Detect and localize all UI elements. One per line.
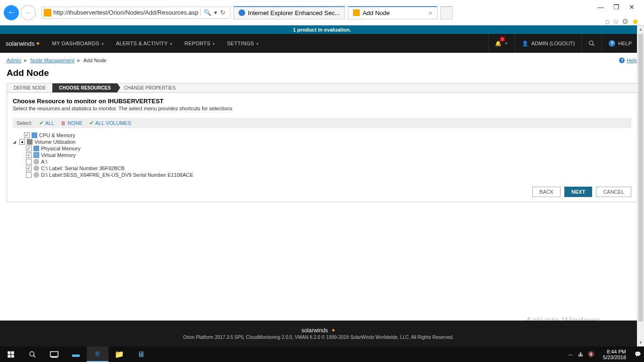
dropdown-icon[interactable]: ▾: [214, 9, 217, 16]
select-bar: Select: ✔ALL 🗑NONE ✔ALL VOLUMES: [13, 118, 631, 128]
check-icon: ✔: [89, 120, 94, 126]
help-icon: ?: [619, 58, 625, 63]
breadcrumb: Admin ▶ Node Management ▶ Add Node ? Hel…: [7, 58, 637, 63]
tray-up-icon[interactable]: ︿: [568, 351, 573, 358]
nav-reports[interactable]: REPORTS▼: [184, 41, 215, 46]
scrollbar[interactable]: ▲ ▼: [637, 25, 644, 346]
tab-add-node[interactable]: Add Node ×: [348, 6, 438, 19]
tray-notifications-icon[interactable]: 💬: [635, 351, 641, 357]
scroll-up-icon[interactable]: ▲: [637, 25, 644, 33]
nav-settings[interactable]: SETTINGS▼: [227, 41, 259, 46]
checkbox-volumes[interactable]: [19, 139, 25, 145]
checkbox-c[interactable]: [26, 165, 32, 171]
scroll-thumb[interactable]: [638, 34, 643, 321]
vmemory-icon: [33, 152, 39, 158]
task-explorer[interactable]: 📁: [108, 346, 130, 362]
tab-ie-security[interactable]: Internet Explorer Enhanced Sec...: [233, 6, 345, 19]
browser-toolbar: ← → http://ihubservertest/Orion/Nodes/Ad…: [0, 0, 644, 25]
select-all-button[interactable]: ✔ALL: [39, 120, 55, 126]
tree-label: Physical Memory: [41, 146, 81, 151]
url-text: http://ihubservertest/Orion/Nodes/Add/Re…: [53, 9, 198, 16]
task-server-manager[interactable]: ▬: [65, 346, 87, 362]
memory-icon: [33, 146, 39, 151]
nav-alerts[interactable]: ALERTS & ACTIVITY▼: [116, 41, 173, 46]
breadcrumb-sep: ▶: [24, 58, 27, 63]
wizard-step-properties[interactable]: CHANGE PROPERTIES: [117, 83, 182, 92]
emoji-icon[interactable]: ☻: [631, 17, 639, 26]
tree-label: Virtual Memory: [41, 152, 76, 158]
tree-label: Volume Utilization: [34, 139, 75, 145]
wizard-step-define[interactable]: DEFINE NODE: [7, 83, 52, 92]
tree-row-cpu: CPU & Memory: [13, 132, 631, 139]
wizard-step-resources[interactable]: CHOOSE RESOURCES: [52, 83, 117, 92]
eval-banner[interactable]: 1 product in evaluation.: [0, 25, 644, 34]
url-actions: 🔍 ▾ ↻: [200, 9, 228, 16]
site-icon: [44, 9, 51, 16]
search-icon[interactable]: 🔍: [204, 9, 211, 16]
drive-icon: [33, 165, 39, 171]
tree-label: A:\: [41, 159, 47, 165]
help-text: Help: [627, 58, 637, 63]
tree-row-d: D:\ Label:SESS_X64FRE_EN-US_DV9 Serial N…: [13, 172, 631, 178]
back-button[interactable]: ←: [4, 5, 19, 20]
search-button[interactable]: [581, 34, 602, 53]
url-bar[interactable]: http://ihubservertest/Orion/Nodes/Add/Re…: [41, 7, 231, 19]
help-button[interactable]: ? HELP: [602, 34, 638, 53]
nav-dashboards[interactable]: MY DASHBOARDS▼: [52, 41, 105, 46]
section-title: Choose Resource to monitor on IHUBSERVER…: [13, 98, 631, 105]
scroll-down-icon[interactable]: ▼: [637, 339, 644, 346]
task-ie[interactable]: e: [87, 346, 108, 362]
content: Admin ▶ Node Management ▶ Add Node ? Hel…: [0, 53, 644, 207]
drive-icon: [33, 159, 39, 165]
cancel-button[interactable]: CANCEL: [596, 187, 631, 197]
taskbar-right: ︿ 🖧 🔇 8:44 PM 5/23/2018 💬: [568, 349, 644, 360]
refresh-icon[interactable]: ↻: [220, 9, 225, 16]
taskbar-clock[interactable]: 8:44 PM 5/23/2018: [599, 349, 630, 360]
checkbox-a[interactable]: [26, 159, 32, 165]
checkbox-cpu[interactable]: [24, 132, 30, 138]
close-button[interactable]: ✕: [629, 3, 635, 11]
search-icon: [588, 40, 595, 47]
svg-point-0: [589, 41, 593, 45]
svg-line-7: [33, 355, 35, 357]
next-button[interactable]: NEXT: [564, 187, 592, 197]
notification-badge: 3: [500, 37, 505, 41]
home-icon[interactable]: ⌂: [605, 17, 610, 26]
new-tab-button[interactable]: [440, 6, 453, 19]
notifications-button[interactable]: 🔔 3 ▼: [488, 34, 515, 53]
logo[interactable]: solarwinds ✦: [6, 40, 41, 47]
svg-rect-4: [8, 354, 10, 357]
task-rdp[interactable]: 🖥: [130, 346, 152, 362]
favorites-icon[interactable]: ☆: [612, 17, 619, 26]
settings-icon[interactable]: ⚙: [622, 17, 628, 26]
select-none-button[interactable]: 🗑NONE: [61, 120, 83, 126]
task-search[interactable]: [22, 346, 43, 362]
task-taskview[interactable]: [43, 346, 65, 362]
svg-rect-5: [11, 354, 14, 357]
minimize-button[interactable]: —: [597, 3, 604, 11]
tray-network-icon[interactable]: 🖧: [578, 352, 583, 357]
checkbox-d[interactable]: [26, 172, 32, 178]
checkbox-vmem[interactable]: [26, 152, 32, 158]
tree-label: CPU & Memory: [39, 132, 75, 138]
select-all-volumes-button[interactable]: ✔ALL VOLUMES: [89, 120, 131, 126]
maximize-button[interactable]: ❐: [613, 3, 619, 11]
resource-tree: CPU & Memory ◢ Volume Utilization Physic…: [13, 132, 631, 178]
checkbox-pmem[interactable]: [26, 146, 32, 151]
back-button[interactable]: BACK: [532, 187, 561, 197]
svg-point-6: [30, 352, 34, 356]
section-subtitle: Select the resources and statistics to m…: [13, 106, 631, 111]
help-label: HELP: [618, 41, 632, 46]
tray-volume-icon[interactable]: 🔇: [588, 351, 594, 357]
breadcrumb-admin[interactable]: Admin: [7, 58, 21, 63]
page-help-link[interactable]: ? Help: [619, 58, 637, 63]
logo-icon: ✦: [35, 40, 41, 47]
breadcrumb-node-mgmt[interactable]: Node Management: [30, 58, 74, 63]
select-label: Select:: [17, 120, 33, 126]
user-menu[interactable]: 👤 ADMIN (LOGOUT): [515, 34, 581, 53]
start-button[interactable]: [0, 346, 22, 362]
tab-close-icon[interactable]: ×: [429, 9, 432, 16]
tree-row-pmem: Physical Memory: [13, 145, 631, 152]
collapse-icon[interactable]: ◢: [13, 140, 17, 144]
forward-button[interactable]: →: [21, 5, 36, 20]
